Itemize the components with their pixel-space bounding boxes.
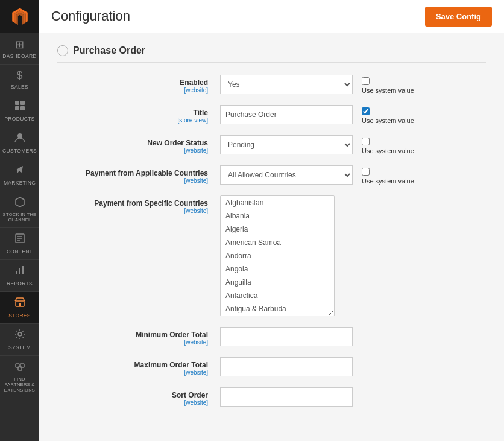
customers-icon bbox=[14, 132, 25, 146]
maximum-order-label: Maximum Order Total bbox=[57, 361, 208, 369]
specific-countries-label-group: Payment from Specific Countries [website… bbox=[57, 195, 220, 214]
list-item[interactable]: Andorra bbox=[221, 249, 334, 262]
minimum-order-input[interactable] bbox=[220, 327, 353, 346]
applicable-countries-addon: Use system value bbox=[353, 165, 414, 185]
sidebar-item-label: CUSTOMERS bbox=[2, 148, 37, 154]
list-item[interactable]: Argentina bbox=[221, 316, 334, 316]
new-order-status-use-system-checkbox[interactable] bbox=[362, 138, 370, 145]
form-row-applicable-countries: Payment from Applicable Countries [websi… bbox=[57, 165, 486, 185]
sidebar-item-label: DASHBOARD bbox=[2, 53, 37, 59]
new-order-status-addon: Use system value bbox=[353, 135, 414, 154]
title-input[interactable] bbox=[220, 105, 353, 124]
applicable-countries-select[interactable]: All Allowed Countries Specific Countries bbox=[220, 165, 353, 185]
maximum-order-control bbox=[220, 357, 353, 376]
svg-rect-10 bbox=[16, 271, 17, 274]
list-item[interactable]: Albania bbox=[221, 209, 334, 223]
sidebar-item-label: REPORTS bbox=[7, 281, 33, 287]
section-title: Purchase Order bbox=[73, 45, 145, 56]
find-partners-icon bbox=[14, 361, 25, 375]
system-icon bbox=[14, 329, 25, 343]
sidebar-item-sales[interactable]: $ SALES bbox=[0, 65, 39, 95]
sidebar-item-marketing[interactable]: MARKETING bbox=[0, 159, 39, 191]
sidebar-item-label: CONTENT bbox=[7, 249, 33, 255]
maximum-order-scope: [website] bbox=[57, 369, 208, 376]
enabled-label-group: Enabled [website] bbox=[57, 75, 220, 94]
sort-order-label: Sort Order bbox=[57, 391, 208, 399]
section-header: − Purchase Order bbox=[57, 45, 486, 63]
specific-countries-scope: [website] bbox=[57, 208, 208, 214]
sidebar-item-system[interactable]: SYSTEM bbox=[0, 324, 39, 356]
sales-icon: $ bbox=[16, 69, 22, 82]
minimum-order-label-group: Minimum Order Total [website] bbox=[57, 327, 220, 346]
sidebar-item-label: STORES bbox=[8, 313, 31, 319]
maximum-order-label-group: Maximum Order Total [website] bbox=[57, 357, 220, 376]
title-addon: Use system value bbox=[353, 105, 414, 124]
sort-order-input[interactable] bbox=[220, 387, 353, 407]
dashboard-icon: ⊞ bbox=[15, 38, 24, 51]
svg-rect-14 bbox=[19, 303, 21, 306]
svg-rect-2 bbox=[15, 106, 19, 110]
content-icon bbox=[14, 233, 25, 247]
sort-order-label-group: Sort Order [website] bbox=[57, 387, 220, 406]
list-item[interactable]: American Samoa bbox=[221, 236, 334, 249]
applicable-countries-use-system-checkbox[interactable] bbox=[362, 168, 370, 176]
enabled-control: Yes No bbox=[220, 75, 353, 94]
sort-order-control bbox=[220, 387, 353, 407]
main-area: Configuration Save Config − Purchase Ord… bbox=[39, 0, 504, 441]
sidebar-item-content[interactable]: CONTENT bbox=[0, 228, 39, 260]
title-use-system-checkbox[interactable] bbox=[362, 107, 370, 115]
save-config-button[interactable]: Save Config bbox=[425, 7, 492, 27]
form-row-enabled: Enabled [website] Yes No Use system valu… bbox=[57, 75, 486, 94]
form-row-minimum-order-total: Minimum Order Total [website] bbox=[57, 327, 486, 346]
sidebar-item-reports[interactable]: REPORTS bbox=[0, 260, 39, 292]
page-header: Configuration Save Config bbox=[39, 0, 504, 33]
sidebar-item-products[interactable]: PRODUCTS bbox=[0, 95, 39, 127]
applicable-countries-use-system-label: Use system value bbox=[362, 177, 414, 185]
title-label-group: Title [store view] bbox=[57, 105, 220, 124]
maximum-order-input[interactable] bbox=[220, 357, 353, 376]
products-icon bbox=[14, 100, 25, 114]
list-item[interactable]: Afghanistan bbox=[221, 196, 334, 209]
minimum-order-control bbox=[220, 327, 353, 346]
form-row-title: Title [store view] Use system value bbox=[57, 105, 486, 124]
enabled-use-system-checkbox[interactable] bbox=[362, 77, 370, 85]
new-order-status-select[interactable]: Pending Processing bbox=[220, 135, 353, 154]
title-label: Title bbox=[57, 109, 208, 117]
page-title: Configuration bbox=[51, 8, 130, 24]
enabled-select[interactable]: Yes No bbox=[220, 75, 353, 94]
list-item[interactable]: Algeria bbox=[221, 223, 334, 236]
enabled-use-system-label: Use system value bbox=[362, 87, 414, 94]
stores-icon bbox=[14, 297, 25, 311]
sidebar-item-stores[interactable]: STORES bbox=[0, 292, 39, 324]
sidebar-logo bbox=[0, 0, 39, 33]
sidebar-item-label: STOCK IN THE CHANNEL bbox=[2, 212, 37, 223]
title-control bbox=[220, 105, 353, 124]
sidebar-item-dashboard[interactable]: ⊞ DASHBOARD bbox=[0, 33, 39, 65]
applicable-countries-label-group: Payment from Applicable Countries [websi… bbox=[57, 165, 220, 184]
collapse-icon-symbol: − bbox=[61, 48, 65, 54]
collapse-button[interactable]: − bbox=[57, 45, 68, 56]
new-order-status-scope: [website] bbox=[57, 147, 208, 154]
list-item[interactable]: Antigua & Barbuda bbox=[221, 302, 334, 316]
form-row-specific-countries: Payment from Specific Countries [website… bbox=[57, 195, 486, 316]
new-order-status-label: New Order Status bbox=[57, 139, 208, 147]
specific-countries-label: Payment from Specific Countries bbox=[57, 199, 208, 208]
form-row-maximum-order-total: Maximum Order Total [website] bbox=[57, 357, 486, 376]
list-item[interactable]: Antarctica bbox=[221, 289, 334, 302]
applicable-countries-scope: [website] bbox=[57, 177, 208, 184]
specific-countries-listbox[interactable]: Afghanistan Albania Algeria American Sam… bbox=[220, 195, 335, 316]
svg-point-4 bbox=[17, 133, 22, 138]
svg-point-15 bbox=[18, 332, 22, 336]
sidebar-item-stock-in-the-channel[interactable]: STOCK IN THE CHANNEL bbox=[0, 191, 39, 228]
specific-countries-control: Afghanistan Albania Algeria American Sam… bbox=[220, 195, 341, 316]
marketing-icon bbox=[14, 164, 25, 178]
sidebar-item-customers[interactable]: CUSTOMERS bbox=[0, 127, 39, 159]
stock-icon bbox=[14, 196, 25, 210]
content-area: − Purchase Order Enabled [website] Yes N… bbox=[39, 33, 504, 441]
enabled-scope: [website] bbox=[57, 87, 208, 94]
sidebar-item-label: SALES bbox=[11, 84, 28, 90]
list-item[interactable]: Anguilla bbox=[221, 276, 334, 289]
sidebar-item-find-partners[interactable]: FIND PARTNERS & EXTENSIONS bbox=[0, 356, 39, 398]
list-item[interactable]: Angola bbox=[221, 262, 334, 276]
form-row-new-order-status: New Order Status [website] Pending Proce… bbox=[57, 135, 486, 154]
